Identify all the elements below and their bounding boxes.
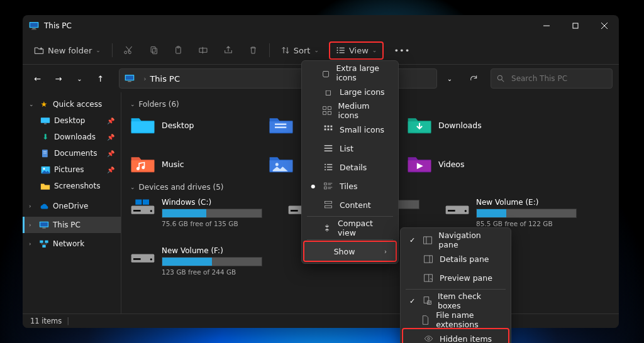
compact-view-icon: [323, 223, 331, 233]
paste-button[interactable]: [169, 41, 188, 59]
share-button[interactable]: [218, 41, 238, 59]
menu-extra-large-icons[interactable]: ▢Extra large icons: [304, 63, 396, 82]
menu-list[interactable]: List: [304, 139, 396, 158]
dropdown-button[interactable]: ⌄: [441, 70, 458, 87]
menu-details[interactable]: Details: [304, 158, 396, 177]
rename-button[interactable]: [193, 41, 213, 59]
svg-rect-46: [135, 200, 142, 205]
menu-medium-icons[interactable]: Medium icons: [304, 101, 396, 120]
videos-folder-icon: [407, 154, 432, 174]
share-icon: [223, 45, 233, 55]
search-icon: [496, 74, 505, 83]
hidden-items-icon: [423, 334, 433, 343]
pictures-folder-icon: [269, 154, 294, 174]
view-button[interactable]: View ⌄: [329, 41, 384, 60]
submenu-item-check-boxes[interactable]: ✓Item check boxes: [403, 291, 508, 310]
svg-point-18: [336, 52, 338, 53]
svg-rect-1: [30, 23, 38, 27]
submenu-hidden-items[interactable]: Hidden items: [403, 329, 508, 343]
svg-rect-63: [331, 126, 333, 128]
view-icon: [336, 46, 345, 55]
drive-tile-e[interactable]: New Volume (E:)85.5 GB free of 122 GB: [445, 198, 583, 227]
sidebar-item-desktop[interactable]: Desktop📌: [23, 112, 121, 129]
folder-tile-downloads[interactable]: Downloads: [407, 115, 526, 135]
svg-point-33: [43, 168, 45, 170]
this-pc-icon: [125, 74, 135, 83]
sidebar-onedrive[interactable]: ›OneDrive: [23, 198, 121, 214]
maximize-button[interactable]: [561, 15, 590, 36]
folder-tile-videos[interactable]: Videos: [407, 154, 526, 174]
svg-point-70: [325, 164, 326, 165]
folder-tile-desktop[interactable]: Desktop: [130, 115, 250, 135]
svg-rect-60: [328, 111, 331, 114]
recent-button[interactable]: ⌄: [71, 70, 88, 87]
svg-rect-38: [45, 241, 48, 243]
pin-icon: 📌: [107, 134, 114, 141]
sidebar-this-pc[interactable]: ›This PC: [23, 217, 121, 233]
menu-compact-view[interactable]: Compact view: [304, 219, 396, 237]
svg-rect-76: [325, 183, 327, 185]
svg-point-17: [336, 50, 338, 51]
this-pc-icon: [29, 21, 39, 30]
new-folder-button[interactable]: New folder ⌄: [29, 42, 106, 59]
copy-button[interactable]: [144, 41, 164, 59]
sidebar-item-downloads[interactable]: ⬇Downloads📌: [23, 129, 121, 145]
new-folder-label: New folder: [48, 46, 92, 55]
forward-button[interactable]: →: [50, 70, 67, 87]
breadcrumb-current[interactable]: This PC: [150, 74, 180, 84]
svg-rect-52: [448, 210, 455, 212]
sort-button[interactable]: Sort ⌄: [276, 42, 324, 59]
pictures-icon: [40, 165, 50, 175]
menu-content[interactable]: Content: [304, 195, 396, 214]
chevron-down-icon: ⌄: [314, 47, 319, 53]
svg-rect-39: [42, 245, 45, 248]
rename-icon: [198, 45, 208, 55]
delete-button[interactable]: [243, 41, 263, 59]
svg-rect-28: [44, 123, 47, 124]
chevron-right-icon: ›: [143, 75, 146, 82]
menu-show[interactable]: Show›: [304, 242, 396, 261]
sort-icon: [281, 46, 290, 55]
cut-icon: [124, 45, 134, 55]
svg-rect-49: [291, 210, 298, 212]
menu-large-icons[interactable]: ◻Large icons: [304, 82, 396, 101]
submenu-navigation-pane[interactable]: ✓Navigation pane: [403, 231, 508, 249]
back-button[interactable]: ←: [29, 70, 46, 87]
sidebar-item-documents[interactable]: Documents📌: [23, 145, 121, 161]
refresh-button[interactable]: [465, 69, 483, 88]
minimize-button[interactable]: [532, 15, 561, 36]
submenu-preview-pane[interactable]: Preview pane: [403, 268, 508, 287]
svg-rect-47: [143, 200, 149, 205]
sidebar-item-screenshots[interactable]: Screenshots: [23, 178, 121, 194]
search-bar[interactable]: [491, 68, 613, 89]
view-menu: ▢Extra large icons ◻Large icons Medium i…: [301, 60, 399, 264]
svg-rect-27: [41, 117, 50, 122]
folder-tile-music[interactable]: Music: [130, 154, 250, 174]
menu-tiles[interactable]: ●Tiles: [304, 177, 396, 195]
submenu-details-pane[interactable]: Details pane: [403, 249, 508, 268]
svg-rect-11: [152, 48, 157, 54]
sidebar-network[interactable]: ›Network: [23, 236, 121, 252]
close-button[interactable]: [590, 15, 619, 36]
svg-point-74: [325, 169, 326, 170]
svg-rect-79: [325, 187, 327, 189]
more-button[interactable]: •••: [389, 42, 415, 59]
svg-rect-14: [199, 48, 207, 53]
window-title: This PC: [44, 21, 72, 30]
svg-rect-36: [42, 227, 45, 228]
submenu-file-name-extensions[interactable]: File name extensions: [403, 310, 508, 329]
extra-large-icons-icon: ▢: [322, 68, 330, 78]
copy-icon: [149, 45, 158, 55]
sidebar-item-pictures[interactable]: Pictures📌: [23, 161, 121, 178]
cut-button[interactable]: [119, 41, 139, 59]
drive-tile-c[interactable]: Windows (C:)75.6 GB free of 135 GB: [130, 198, 269, 227]
sidebar-quick-access[interactable]: ⌄★Quick access: [23, 96, 121, 112]
network-icon: [39, 239, 49, 249]
up-button[interactable]: ↑: [92, 70, 109, 87]
pin-icon: 📌: [107, 150, 114, 157]
search-input[interactable]: [510, 74, 607, 84]
drive-tile-f[interactable]: New Volume (F:)123 GB free of 244 GB: [130, 246, 269, 276]
status-bar: 11 items |: [23, 313, 619, 328]
svg-rect-10: [151, 46, 155, 52]
menu-small-icons[interactable]: Small icons: [304, 120, 396, 139]
